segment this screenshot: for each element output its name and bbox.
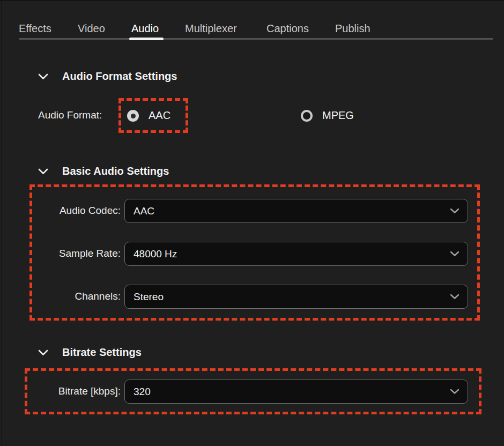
section-header-bitrate-settings[interactable]: Bitrate Settings <box>38 346 142 359</box>
bitrate-dropdown[interactable]: 320 <box>124 380 468 404</box>
radio-dot <box>131 114 136 118</box>
tab-effects[interactable]: Effects <box>19 23 51 35</box>
chevron-down-icon <box>450 208 459 214</box>
audio-codec-dropdown[interactable]: AAC <box>124 199 468 223</box>
radio-mpeg-label[interactable]: MPEG <box>322 109 354 122</box>
sample-rate-value: 48000 Hz <box>134 248 177 260</box>
radio-mpeg[interactable] <box>301 110 313 122</box>
tab-video[interactable]: Video <box>78 23 105 35</box>
section-title: Bitrate Settings <box>62 346 142 359</box>
panel-top-edge <box>0 0 504 1</box>
channels-value: Stereo <box>134 291 164 303</box>
chevron-down-icon <box>450 294 459 300</box>
channels-dropdown[interactable]: Stereo <box>124 285 468 309</box>
radio-aac-label[interactable]: AAC <box>149 109 171 122</box>
section-header-audio-format-settings[interactable]: Audio Format Settings <box>38 70 177 83</box>
radio-aac[interactable] <box>127 110 139 122</box>
panel-left-divider <box>2 0 2 446</box>
chevron-down-icon <box>38 168 48 175</box>
channels-label: Channels: <box>19 291 121 302</box>
sample-rate-label: Sample Rate: <box>19 248 121 259</box>
export-settings-audio-panel: Effects Video Audio Multiplexer Captions… <box>0 0 504 446</box>
active-tab-indicator <box>129 38 164 40</box>
audio-codec-label: Audio Codec: <box>19 205 121 217</box>
tab-captions[interactable]: Captions <box>266 23 309 35</box>
tab-publish[interactable]: Publish <box>335 23 370 35</box>
audio-format-label: Audio Format: <box>38 109 102 121</box>
tab-multiplexer[interactable]: Multiplexer <box>185 23 237 35</box>
chevron-down-icon <box>450 251 459 257</box>
section-header-basic-audio-settings[interactable]: Basic Audio Settings <box>38 165 169 177</box>
section-title: Basic Audio Settings <box>62 165 169 177</box>
chevron-down-icon <box>38 73 48 80</box>
chevron-down-icon <box>38 350 48 356</box>
bitrate-label: Bitrate [kbps]: <box>19 385 121 397</box>
bitrate-value: 320 <box>134 386 151 398</box>
section-title: Audio Format Settings <box>62 70 177 83</box>
chevron-down-icon <box>450 389 459 395</box>
sample-rate-dropdown[interactable]: 48000 Hz <box>124 242 468 266</box>
audio-codec-value: AAC <box>134 205 154 217</box>
tab-audio[interactable]: Audio <box>131 23 159 35</box>
tab-bar-underline <box>19 38 493 40</box>
